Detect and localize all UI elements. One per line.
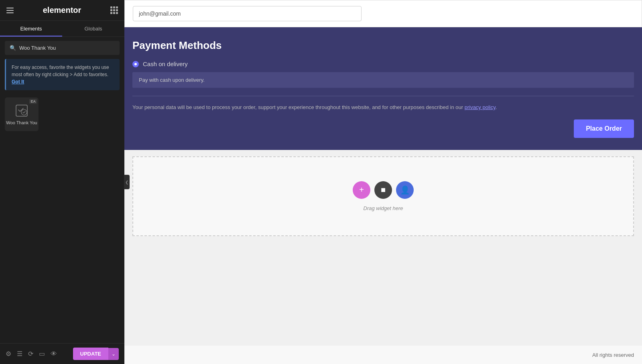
drag-label: Drag widget here [364,205,403,211]
responsive-icon[interactable]: ▭ [39,350,45,358]
info-text: For easy access, favorite the widgets yo… [12,65,109,77]
footer-text: All rights reserved [592,352,634,358]
radio-cash-on-delivery[interactable] [132,61,139,67]
order-button-container: Place Order [132,119,634,138]
email-input[interactable] [133,6,362,21]
ea-badge: EA [29,99,37,104]
empty-area [124,243,642,346]
gear-icon[interactable]: ⚙ [6,350,11,358]
payment-description: Pay with cash upon delivery. [132,72,634,88]
update-button-container: UPDATE ⌄ [73,348,119,360]
history-icon[interactable]: ⟳ [28,350,33,358]
privacy-policy-link[interactable]: privacy policy [465,104,496,110]
payment-description-text: Pay with cash upon delivery. [139,77,628,83]
widget-icon [14,103,29,118]
search-icon: 🔍 [10,45,16,51]
grid-icon[interactable] [110,6,118,14]
widgets-area: EA Woo Thank You [0,94,124,134]
eye-icon[interactable]: 👁 [51,350,57,358]
widget-card-woo-thank-you[interactable]: EA Woo Thank You [5,97,39,131]
email-bar [124,0,642,27]
search-input[interactable] [19,45,115,51]
drop-zone[interactable]: + ■ 👤 Drag widget here [132,156,634,236]
drop-zone-icons: + ■ 👤 [353,181,414,199]
widget-label: Woo Thank You [6,120,37,125]
sidebar-header: elementor [0,0,124,21]
svg-point-1 [21,109,27,115]
payment-option-cod: Cash on delivery [132,61,634,67]
privacy-text-body: Your personal data will be used to proce… [132,104,465,110]
search-container: 🔍 [5,41,120,55]
payment-divider [132,96,634,96]
tab-elements[interactable]: Elements [0,21,62,36]
update-chevron-button[interactable]: ⌄ [108,348,119,360]
section-icon[interactable]: ■ [374,181,392,199]
add-widget-icon[interactable]: + [353,181,370,199]
main-content: Payment Methods Cash on delivery Pay wit… [124,0,642,364]
bottom-toolbar: ⚙ ☰ ⟳ ▭ 👁 UPDATE ⌄ [0,343,124,364]
privacy-text: Your personal data will be used to proce… [132,103,634,111]
collapse-handle[interactable]: ❮ [124,175,130,189]
payment-option-label: Cash on delivery [143,61,188,67]
sidebar-tabs: Elements Globals [0,21,124,37]
footer: All rights reserved [124,345,642,364]
logo-text: elementor [43,6,81,15]
update-button[interactable]: UPDATE [73,348,108,360]
layers-icon[interactable]: ☰ [17,350,22,358]
sidebar: elementor Elements Globals 🔍 For easy ac… [0,0,124,364]
info-banner: For easy access, favorite the widgets yo… [5,59,120,90]
tab-globals[interactable]: Globals [62,21,124,36]
place-order-button[interactable]: Place Order [574,119,634,138]
payment-title: Payment Methods [132,39,634,52]
template-icon[interactable]: 👤 [396,181,414,199]
payment-section: Payment Methods Cash on delivery Pay wit… [124,27,642,150]
hamburger-icon[interactable] [6,8,14,13]
got-it-link[interactable]: Got It [12,79,24,85]
